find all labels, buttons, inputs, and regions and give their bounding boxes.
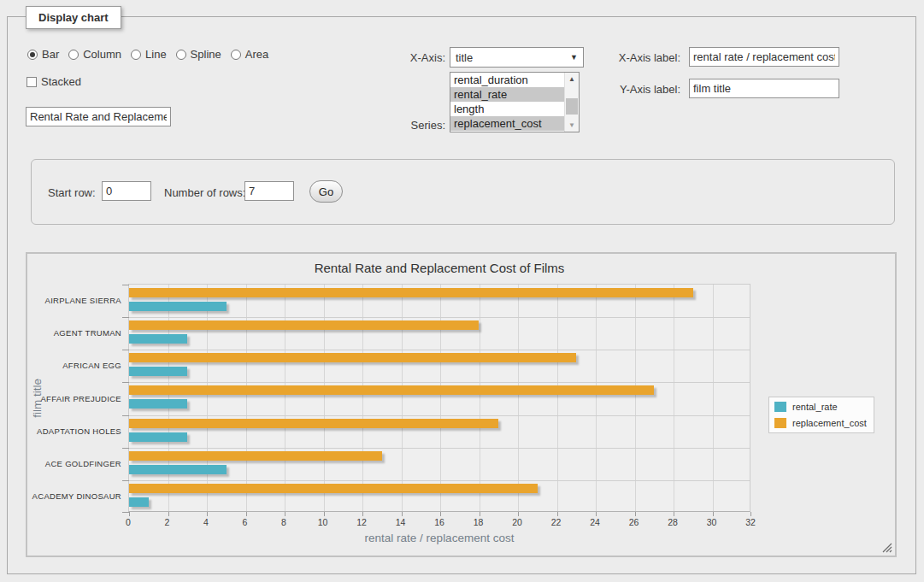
legend-label: replacement_cost (792, 418, 867, 428)
series-option-rental_duration[interactable]: rental_duration (450, 73, 564, 87)
x-tick-label: 12 (356, 517, 367, 527)
y-axis-label-input[interactable] (689, 79, 839, 98)
gridline (674, 285, 674, 511)
x-tick-label: 0 (126, 517, 131, 527)
gridline (324, 285, 325, 511)
start-row-input[interactable] (102, 181, 151, 201)
x-axis-tick-labels: 02468101214161820222426283032 (128, 517, 750, 529)
category-label: AGENT TRUMAN (27, 328, 121, 338)
x-tick-mark (480, 512, 480, 516)
gridline (557, 285, 558, 511)
bar-replacement_cost (129, 353, 576, 362)
x-tick-mark (674, 512, 674, 516)
x-tick-mark (285, 512, 285, 516)
x-axis-select-label: X-Axis: (385, 51, 445, 64)
radio-label: Line (145, 48, 167, 61)
gridline (207, 285, 208, 511)
radio-icon[interactable] (176, 50, 186, 60)
num-rows-input[interactable] (244, 181, 294, 201)
x-axis-select[interactable]: title ▼ (450, 47, 584, 68)
chart-legend: rental_ratereplacement_cost (768, 397, 874, 433)
series-listbox-label: Series: (385, 119, 445, 132)
x-tick-label: 30 (707, 517, 717, 527)
y-tick-mark (122, 448, 129, 449)
x-tick-mark (246, 512, 247, 516)
chevron-down-icon: ▼ (570, 53, 578, 62)
go-button[interactable]: Go (309, 180, 343, 203)
gridline (168, 285, 169, 511)
bar-replacement_cost (129, 419, 498, 428)
legend-label: rental_rate (792, 402, 838, 412)
gridline (480, 285, 480, 511)
x-tick-label: 26 (629, 517, 639, 527)
x-axis-label-input[interactable] (689, 47, 839, 67)
row-separator (129, 415, 750, 416)
bar-rental_rate (129, 497, 149, 507)
bar-replacement_cost (129, 385, 654, 395)
series-option-length[interactable]: length (450, 102, 564, 116)
radio-icon[interactable] (231, 50, 241, 60)
x-tick-mark (168, 512, 169, 516)
scroll-up-icon[interactable]: ▲ (565, 73, 579, 85)
series-option-rental_rate[interactable]: rental_rate (450, 87, 564, 102)
stacked-checkbox[interactable] (26, 77, 37, 87)
x-tick-mark (557, 512, 558, 516)
gridline (596, 285, 597, 511)
x-tick-mark (635, 512, 636, 516)
y-axis-category-labels: AIRPLANE SIERRAAGENT TRUMANAFRICAN EGGAF… (27, 284, 121, 512)
row-separator (129, 480, 750, 481)
bar-rental_rate (129, 432, 187, 442)
scrollbar-track[interactable] (565, 85, 579, 119)
chart-title-input[interactable] (26, 107, 171, 126)
x-tick-label: 20 (512, 517, 522, 527)
chart-type-radio-spline[interactable]: Spline (176, 48, 221, 61)
row-separator (129, 317, 750, 318)
bar-replacement_cost (129, 484, 538, 493)
chart-title: Rental Rate and Replacement Cost of Film… (128, 261, 750, 275)
gridline (362, 285, 363, 511)
radio-icon[interactable] (68, 50, 79, 60)
gridline (440, 285, 441, 511)
chart-type-radio-column[interactable]: Column (68, 48, 121, 61)
x-tick-mark (207, 512, 208, 516)
series-listbox[interactable]: rental_durationrental_ratelengthreplacem… (450, 72, 580, 132)
row-separator (129, 448, 750, 449)
series-scrollbar[interactable]: ▲ ▼ (564, 73, 579, 132)
fieldset-legend: Display chart (26, 6, 121, 29)
row-range-box (31, 159, 895, 225)
bar-rental_rate (129, 334, 187, 344)
chart-type-radio-line[interactable]: Line (131, 48, 167, 61)
gridline (635, 285, 636, 511)
x-tick-mark (324, 512, 325, 516)
x-tick-mark (440, 512, 441, 516)
chart-type-radio-area[interactable]: Area (231, 48, 268, 61)
radio-icon[interactable] (27, 50, 38, 60)
y-axis-label-caption: Y-Axis label: (603, 83, 680, 96)
y-tick-mark (122, 285, 129, 285)
radio-icon[interactable] (131, 50, 141, 60)
x-tick-mark (362, 512, 363, 516)
chart-type-radio-bar[interactable]: Bar (27, 48, 59, 61)
category-label: ADAPTATION HOLES (27, 426, 121, 436)
gridline (713, 285, 714, 511)
stacked-checkbox-row[interactable]: Stacked (26, 75, 81, 88)
x-tick-label: 6 (243, 517, 248, 527)
scroll-down-icon[interactable]: ▼ (565, 119, 579, 132)
category-label: AFFAIR PREJUDICE (27, 394, 121, 403)
gridline (285, 285, 285, 511)
y-tick-mark (122, 350, 129, 350)
radio-label: Column (83, 48, 121, 61)
x-axis-title: rental rate / replacement cost (128, 532, 750, 544)
gridline (402, 285, 403, 511)
category-label: ACE GOLDFINGER (27, 459, 121, 468)
series-option-replacement_cost[interactable]: replacement_cost (450, 116, 564, 131)
start-row-label: Start row: (48, 186, 96, 199)
x-tick-mark (713, 512, 714, 516)
stacked-label: Stacked (41, 75, 81, 88)
scrollbar-thumb[interactable] (566, 98, 578, 115)
x-tick-label: 22 (551, 517, 562, 527)
x-axis-selected-value: title (456, 51, 473, 64)
legend-entry-replacement_cost: replacement_cost (774, 418, 867, 428)
resize-handle-icon[interactable] (882, 543, 892, 553)
bar-rental_rate (129, 465, 227, 474)
